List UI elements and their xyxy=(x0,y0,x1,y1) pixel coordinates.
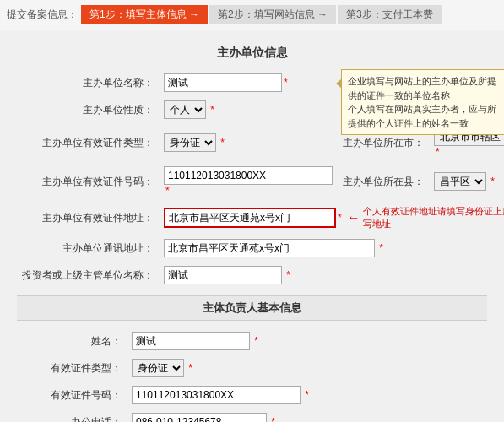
contact-address-row: 主办单位通讯地址： * xyxy=(17,235,504,262)
id-type-cell: 身份证 * xyxy=(159,123,338,162)
person-idnumber-row: 有效证件号码： * xyxy=(17,381,487,408)
office-phone-cell: * xyxy=(127,408,487,422)
id-type-select[interactable]: 身份证 xyxy=(164,133,216,152)
person-idtype-select[interactable]: 身份证 xyxy=(132,359,184,377)
breadcrumb-step-3[interactable]: 第3步：支付工本费 xyxy=(338,5,442,24)
person-idnumber-input[interactable] xyxy=(132,386,301,404)
id-address-red-box xyxy=(164,208,336,228)
company-name-cell: * 企业填写与网站上的主办单位及所提供的证件一致的单位名称个人填写在网站真实主办… xyxy=(159,69,504,96)
tooltip-text: 企业填写与网站上的主办单位及所提供的证件一致的单位名称个人填写在网站真实主办者，… xyxy=(348,76,496,128)
contact-address-cell: * xyxy=(159,235,504,262)
parent-company-label: 投资者或上级主管单位名称： xyxy=(17,262,159,289)
breadcrumb-prefix: 提交备案信息： xyxy=(7,8,78,22)
person-idnumber-cell: * xyxy=(127,381,487,408)
office-phone-label: 办公电话： xyxy=(17,408,127,422)
id-number-required: * xyxy=(165,185,170,197)
id-address-row: 主办单位有效证件地址： * ← 个人有效证件地址请填写身份证上所写地址 xyxy=(17,201,504,235)
county-label: 主办单位所在县： xyxy=(338,162,429,201)
section1-form: 主办单位名称： * 企业填写与网站上的主办单位及所提供的证件一致的单位名称个人填… xyxy=(17,69,504,289)
id-type-required: * xyxy=(220,137,225,149)
county-cell: 昌平区 * xyxy=(429,162,504,201)
person-idtype-required: * xyxy=(188,362,192,374)
id-type-label: 主办单位有效证件类型： xyxy=(17,123,159,162)
section2-form: 姓名： * 有效证件类型： 身份证 * 有效证件号码： xyxy=(17,327,487,422)
id-number-input[interactable] xyxy=(164,166,333,185)
person-name-cell: * xyxy=(127,327,487,354)
company-name-input[interactable] xyxy=(164,73,282,92)
id-number-cell: * xyxy=(159,162,338,201)
id-address-required: * xyxy=(338,212,342,224)
parent-company-input[interactable] xyxy=(164,266,282,284)
person-idtype-cell: 身份证 * xyxy=(127,354,487,381)
person-name-input[interactable] xyxy=(132,332,250,350)
company-name-label: 主办单位名称： xyxy=(17,69,159,96)
section1-header: 主办单位信息 xyxy=(17,39,487,69)
person-name-row: 姓名： * xyxy=(17,327,487,354)
breadcrumb-step-1[interactable]: 第1步：填写主体信息 → xyxy=(81,5,208,24)
nature-required: * xyxy=(210,104,214,116)
office-phone-input[interactable] xyxy=(132,413,267,422)
idnumber-county-row: 主办单位有效证件号码： * 主办单位所在县： 昌平区 * xyxy=(17,162,504,201)
person-idtype-row: 有效证件类型： 身份证 * xyxy=(17,354,487,381)
district-required: * xyxy=(436,146,440,158)
company-name-tooltip: 企业填写与网站上的主办单位及所提供的证件一致的单位名称个人填写在网站真实主办者，… xyxy=(341,69,504,135)
contact-address-input[interactable] xyxy=(164,239,375,257)
breadcrumb-step-2[interactable]: 第2步：填写网站信息 → xyxy=(209,5,336,24)
county-required: * xyxy=(490,176,495,187)
id-address-input[interactable] xyxy=(165,209,334,226)
id-address-label: 主办单位有效证件地址： xyxy=(17,201,159,235)
page-wrapper: 提交备案信息： 第1步：填写主体信息 → 第2步：填写网站信息 → 第3步：支付… xyxy=(0,0,504,422)
county-select[interactable]: 昌平区 xyxy=(434,172,486,191)
person-name-required: * xyxy=(254,335,258,347)
person-idnumber-required: * xyxy=(305,389,309,401)
person-name-label: 姓名： xyxy=(17,327,127,354)
company-nature-label: 主办单位性质： xyxy=(17,96,159,123)
company-name-required: * xyxy=(284,77,288,89)
company-nature-cell: 个人 * xyxy=(159,96,338,123)
main-content: 主办单位信息 主办单位名称： * 企业填写与网站上的主办单位及所提供的证件一致的… xyxy=(0,30,504,422)
contact-address-label: 主办单位通讯地址： xyxy=(17,235,159,262)
breadcrumb-bar: 提交备案信息： 第1步：填写主体信息 → 第2步：填写网站信息 → 第3步：支付… xyxy=(0,0,504,30)
contact-required: * xyxy=(379,242,383,254)
id-number-label: 主办单位有效证件号码： xyxy=(17,162,159,201)
person-idtype-label: 有效证件类型： xyxy=(17,354,127,381)
parent-company-row: 投资者或上级主管单位名称： * xyxy=(17,262,504,289)
company-name-row: 主办单位名称： * 企业填写与网站上的主办单位及所提供的证件一致的单位名称个人填… xyxy=(17,69,504,96)
arrow-icon: ← xyxy=(347,210,360,225)
company-nature-select[interactable]: 个人 xyxy=(164,100,206,119)
office-phone-row: 办公电话： * xyxy=(17,408,487,422)
office-phone-required: * xyxy=(271,416,275,422)
parent-company-cell: * xyxy=(159,262,504,289)
parent-required: * xyxy=(286,269,290,281)
person-idnumber-label: 有效证件号码： xyxy=(17,381,127,408)
id-address-cell: * ← 个人有效证件地址请填写身份证上所写地址 xyxy=(159,201,504,235)
id-address-annotation: ← 个人有效证件地址请填写身份证上所写地址 xyxy=(347,205,504,230)
section2-header: 主体负责人基本信息 xyxy=(17,295,487,321)
